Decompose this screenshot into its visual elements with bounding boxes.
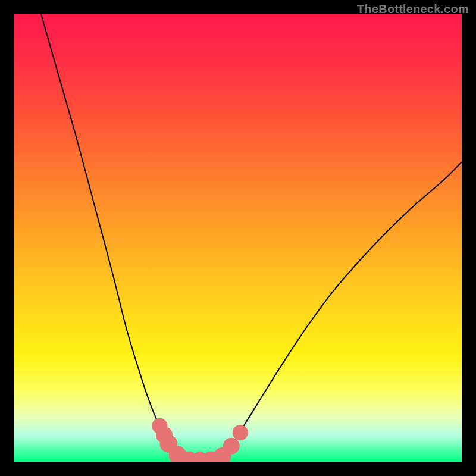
curve-group bbox=[41, 14, 462, 462]
chart-frame bbox=[14, 14, 462, 462]
valley-marker-9 bbox=[233, 425, 248, 440]
valley-marker-8 bbox=[223, 438, 240, 455]
watermark-text: TheBottleneck.com bbox=[357, 2, 469, 16]
marker-group bbox=[152, 418, 248, 462]
chart-svg bbox=[14, 14, 462, 462]
bottleneck-curve bbox=[41, 14, 462, 462]
